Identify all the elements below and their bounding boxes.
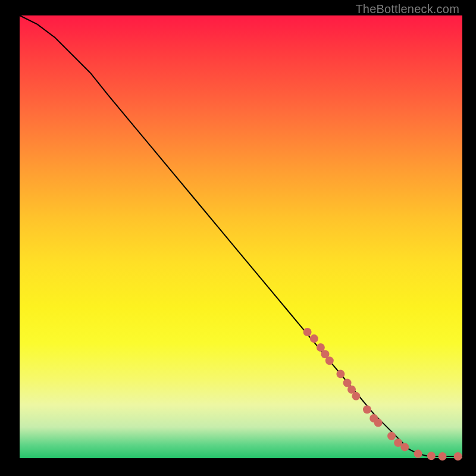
chart-stage: TheBottleneck.com <box>0 0 476 476</box>
data-marker <box>427 452 436 460</box>
data-marker <box>439 452 447 461</box>
data-marker <box>387 432 396 440</box>
plot-area <box>20 15 462 458</box>
data-marker <box>352 392 360 400</box>
data-marker <box>400 443 409 451</box>
data-marker <box>374 419 383 427</box>
data-marker <box>454 452 462 461</box>
data-marker <box>310 334 318 343</box>
data-marker <box>303 328 312 336</box>
data-marker <box>363 405 371 414</box>
curve-line <box>20 15 462 456</box>
data-marker <box>414 450 422 458</box>
data-marker <box>336 370 345 378</box>
marker-group <box>303 328 462 461</box>
watermark-text: TheBottleneck.com <box>355 2 459 16</box>
chart-svg <box>20 15 462 458</box>
data-marker <box>325 356 334 365</box>
